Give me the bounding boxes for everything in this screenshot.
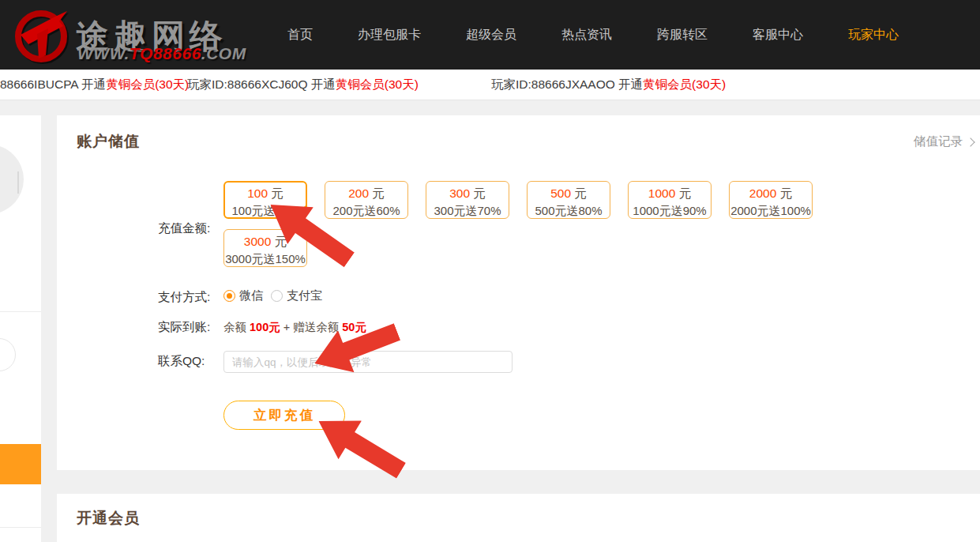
nav-item-hot-news[interactable]: 热点资讯: [561, 27, 612, 43]
amount-option-3000[interactable]: 3000 元 3000元送150%: [223, 229, 307, 267]
brand-url-tld: .COM: [201, 44, 246, 62]
ticker-item: 玩家ID:88666JXAAOO 开通黄铜会员(30天): [491, 70, 726, 100]
nav-item-super-member[interactable]: 超级会员: [466, 27, 516, 43]
nav-item-package-card[interactable]: 办理包服卡: [358, 27, 421, 43]
amount-label: 充值金额:: [158, 220, 210, 237]
main-nav: 首页 办理包服卡 超级会员 热点资讯 跨服转区 客服中心 玩家中心: [287, 0, 899, 70]
amount-bonus: 1000元送90%: [629, 204, 711, 219]
brand-url-domain: TQ88666: [130, 44, 201, 62]
amount-option-300[interactable]: 300 元 300元送70%: [426, 181, 509, 219]
payment-option-label: 支付宝: [287, 288, 322, 303]
membership-panel: 开通会员: [57, 494, 980, 542]
payment-label: 支付方式:: [158, 289, 210, 306]
arrival-balance: 100元: [250, 321, 280, 333]
payment-option-wechat[interactable]: 微信: [223, 288, 263, 303]
nav-item-cross-server[interactable]: 跨服转区: [657, 27, 708, 43]
avatar: [0, 145, 24, 214]
amount-value: 3000 元: [224, 234, 306, 250]
amount-value: 500 元: [528, 186, 610, 202]
amount-value: 200 元: [325, 186, 407, 202]
ticker-highlight: 黄铜会员(30天): [643, 77, 726, 91]
amount-value: 1000 元: [629, 186, 711, 202]
amount-bonus: 200元送60%: [325, 204, 407, 219]
ticker-item: 玩家ID:88666XCJ60Q 开通黄铜会员(30天): [187, 70, 419, 100]
sidebar-divider: [0, 311, 41, 312]
recharge-records-label: 储值记录: [914, 134, 963, 150]
avatar-detail: [17, 171, 19, 194]
amount-option-500[interactable]: 500 元 500元送80%: [527, 181, 610, 219]
brand-url-www: WWW.: [77, 44, 130, 62]
amount-value: 100 元: [225, 186, 306, 202]
amount-bonus: 300元送70%: [426, 204, 509, 219]
header: 途趣网络 WWW.TQ88666.COM 首页 办理包服卡 超级会员 热点资讯 …: [0, 0, 980, 70]
amount-bonus: 3000元送150%: [224, 252, 306, 267]
nav-item-player-center[interactable]: 玩家中心: [848, 27, 899, 43]
amount-value: 300 元: [426, 186, 509, 202]
amount-option-1000[interactable]: 1000 元 1000元送90%: [628, 181, 712, 219]
ticker-text: 88666IBUCPA 开通: [0, 77, 106, 91]
brand-url: WWW.TQ88666.COM: [77, 44, 246, 63]
amount-bonus: 500元送80%: [528, 204, 610, 219]
payment-option-label: 微信: [239, 288, 263, 303]
sidebar-active-menu-item[interactable]: [0, 444, 41, 484]
page: 途趣网络 WWW.TQ88666.COM 首页 办理包服卡 超级会员 热点资讯 …: [0, 0, 980, 542]
ticker-highlight: 黄铜会员(30天): [336, 77, 419, 91]
arrival-label: 实际到账:: [158, 319, 210, 336]
ticker-item: 88666IBUCPA 开通黄铜会员(30天): [0, 70, 189, 100]
radio-checked-icon[interactable]: [223, 290, 235, 302]
amount-option-200[interactable]: 200 元 200元送60%: [325, 181, 408, 219]
recharge-records-link[interactable]: 储值记录: [914, 134, 974, 150]
arrival-amount: 余额 100元 + 赠送余额 50元: [223, 320, 366, 335]
amount-value: 2000 元: [730, 186, 812, 202]
radio-unchecked-icon[interactable]: [271, 290, 283, 302]
payment-options: 微信 支付宝: [223, 288, 322, 303]
qq-label: 联系QQ:: [158, 353, 205, 370]
brand-logo-icon: [11, 5, 71, 65]
arrival-bonus: 50元: [342, 321, 366, 333]
sidebar-circle-icon: [0, 338, 16, 371]
chevron-right-icon: [966, 137, 974, 146]
left-sidebar: [0, 115, 41, 542]
membership-panel-title: 开通会员: [77, 508, 140, 529]
announcement-ticker: 88666IBUCPA 开通黄铜会员(30天) 玩家ID:88666XCJ60Q…: [0, 70, 980, 100]
brand-logo[interactable]: 途趣网络 WWW.TQ88666.COM: [9, 3, 246, 68]
payment-option-alipay[interactable]: 支付宝: [271, 288, 322, 303]
ticker-text: 玩家ID:88666JXAAOO 开通: [491, 77, 643, 91]
nav-item-customer-service[interactable]: 客服中心: [753, 27, 803, 43]
sidebar-divider: [0, 527, 41, 528]
amount-bonus: 2000元送100%: [730, 204, 812, 219]
qq-input[interactable]: [223, 351, 513, 373]
ticker-highlight: 黄铜会员(30天): [106, 77, 189, 91]
recharge-panel-title: 账户储值: [77, 131, 140, 152]
recharge-panel: 账户储值 储值记录 充值金额: 100 元 100元送50% 200 元 200…: [57, 115, 980, 470]
nav-item-home[interactable]: 首页: [287, 27, 313, 43]
ticker-text: 玩家ID:88666XCJ60Q 开通: [187, 77, 336, 91]
amount-option-2000[interactable]: 2000 元 2000元送100%: [729, 181, 813, 219]
